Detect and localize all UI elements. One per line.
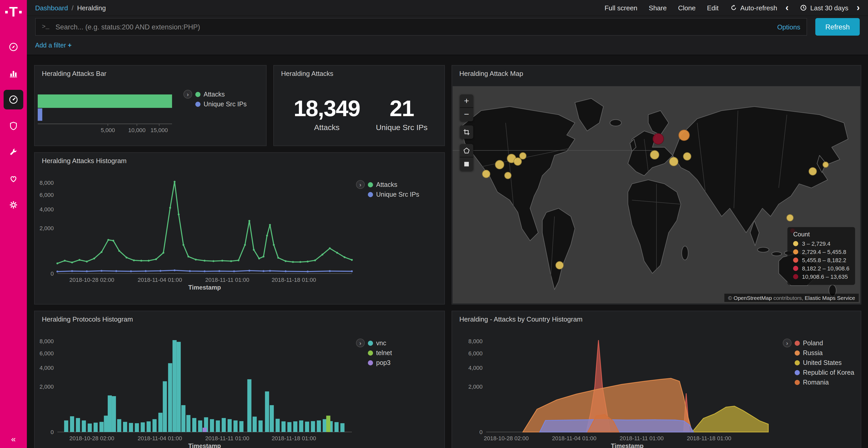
legend-label: Unique Src IPs — [376, 191, 419, 198]
legend-color-dot — [368, 340, 373, 346]
time-back-arrow[interactable]: ‹ — [785, 3, 789, 12]
legend-item[interactable]: Poland — [795, 338, 854, 348]
refresh-cycle-icon — [730, 4, 737, 11]
sidebar-item-devtools[interactable] — [4, 142, 23, 162]
svg-text:2018-11-04 01:00: 2018-11-04 01:00 — [138, 435, 182, 442]
sidebar-item-management[interactable] — [4, 195, 23, 215]
legend-label: Unique Src IPs — [204, 100, 247, 108]
legend-item[interactable]: Attacks — [368, 180, 419, 189]
legend-item[interactable]: Republic of Korea — [795, 368, 854, 377]
legend-item[interactable]: Attacks — [195, 89, 247, 99]
legend-item[interactable]: telnet — [368, 348, 392, 358]
map-legend-label: 5,455.8 – 8,182.2 — [802, 257, 846, 263]
zoom-in-button[interactable]: + — [460, 95, 473, 108]
chart-legend: › AttacksUnique Src IPs — [183, 89, 247, 109]
svg-text:2,000: 2,000 — [468, 383, 483, 390]
zoom-out-button[interactable]: − — [460, 108, 473, 121]
svg-text:2018-11-18 01:00: 2018-11-18 01:00 — [272, 435, 316, 442]
svg-text:2018-11-04 01:00: 2018-11-04 01:00 — [552, 435, 596, 442]
draw-polygon-button[interactable] — [460, 144, 473, 158]
tpot-logo[interactable]: T — [0, 6, 27, 18]
svg-text:4,000: 4,000 — [468, 365, 483, 371]
sidebar-nav: T — [0, 0, 27, 448]
metric-label: Attacks — [314, 123, 339, 131]
map-legend-label: 8,182.2 – 10,908.6 — [802, 265, 850, 272]
country-histogram-chart[interactable]: 02,0004,0006,0008,0002018-10-28 02:00201… — [462, 335, 772, 448]
attribution-contributors: contributors, — [773, 295, 803, 301]
map-marker — [555, 262, 563, 270]
legend-color-dot — [795, 360, 800, 365]
legend-color-dot — [795, 340, 800, 346]
legend-item[interactable]: Romania — [795, 377, 854, 387]
sidebar-item-discover[interactable] — [4, 37, 23, 57]
chart-legend: › AttacksUnique Src IPs — [356, 180, 419, 199]
metric-value: 18,349 — [293, 95, 360, 121]
legend-items: AttacksUnique Src IPs — [368, 180, 419, 199]
share-button[interactable]: Share — [649, 4, 666, 12]
legend-items: PolandRussiaUnited StatesRepublic of Kor… — [795, 338, 854, 387]
search-input[interactable] — [55, 23, 771, 31]
sidebar-item-monitoring[interactable] — [4, 169, 23, 188]
add-filter-label: Add a filter — [35, 42, 66, 49]
filter-bar: Add a filter + — [27, 38, 868, 51]
map-marker — [650, 150, 659, 160]
openstreetmap-link[interactable]: OpenStreetMap — [734, 295, 772, 301]
breadcrumb-dashboard-link[interactable]: Dashboard — [35, 4, 68, 12]
map-marker — [482, 170, 491, 178]
map-legend-items: 3 – 2,729.42,729.4 – 5,455.85,455.8 – 8,… — [793, 240, 850, 281]
attacks-histogram-chart[interactable]: 02,0004,0006,0008,0002018-10-28 02:00201… — [35, 179, 355, 292]
time-range-button[interactable]: Last 30 days — [800, 4, 848, 12]
map-legend-title: Count — [793, 231, 850, 238]
sidebar-collapse-button[interactable]: « — [0, 435, 27, 444]
svg-text:0: 0 — [51, 429, 54, 435]
protocols-histogram-chart[interactable]: 02,0004,0006,0008,0002018-10-28 02:00201… — [35, 335, 355, 448]
full-screen-button[interactable]: Full screen — [604, 4, 637, 12]
query-options-link[interactable]: Options — [777, 23, 800, 31]
legend-item[interactable]: Russia — [795, 348, 854, 358]
dashboard-grid: Heralding Attacks Bar 5,00010,00015,000 … — [27, 55, 868, 448]
map-legend-color-dot — [793, 266, 799, 271]
time-forward-arrow[interactable]: › — [857, 3, 860, 12]
world-map[interactable]: + − — [453, 86, 860, 304]
legend-item[interactable]: vnc — [368, 338, 392, 348]
map-legend-item: 10,908.6 – 13,635 — [793, 273, 850, 281]
legend-item[interactable]: Unique Src IPs — [368, 189, 419, 199]
legend-toggle[interactable]: › — [356, 180, 365, 189]
clone-button[interactable]: Clone — [678, 4, 696, 12]
attacks-bar-chart[interactable]: 5,00010,00015,000 — [38, 88, 193, 138]
clock-icon — [800, 4, 807, 11]
legend-item[interactable]: Unique Src IPs — [195, 99, 247, 109]
legend-items: AttacksUnique Src IPs — [195, 89, 247, 109]
sidebar-nav-icons — [0, 37, 27, 215]
legend-label: Attacks — [376, 181, 397, 188]
legend-color-dot — [368, 360, 373, 365]
legend-toggle[interactable]: › — [356, 339, 365, 347]
panel-title: Heralding Protocols Histogram — [42, 315, 133, 323]
legend-item[interactable]: pop3 — [368, 358, 392, 368]
legend-toggle[interactable]: › — [183, 90, 192, 99]
sidebar-item-visualize[interactable] — [4, 64, 23, 83]
sidebar-item-shield[interactable] — [4, 116, 23, 136]
edit-button[interactable]: Edit — [707, 4, 719, 12]
wrench-icon — [8, 147, 19, 158]
refresh-button[interactable]: Refresh — [815, 18, 860, 36]
sidebar-item-dashboard[interactable] — [4, 90, 23, 109]
map-marker — [808, 167, 816, 175]
add-filter-link[interactable]: Add a filter + — [35, 42, 71, 49]
draw-rectangle-button[interactable] — [460, 158, 473, 171]
legend-item[interactable]: United States — [795, 358, 854, 368]
legend-items: vnctelnetpop3 — [368, 338, 392, 368]
query-bar: >_ Options Refresh — [27, 15, 868, 38]
map-fit-control — [460, 126, 473, 139]
fit-data-bounds-button[interactable] — [460, 126, 473, 139]
svg-text:2,000: 2,000 — [39, 383, 54, 390]
legend-color-dot — [795, 370, 800, 375]
metric-unique-src-ips: 21 Unique Src IPs — [364, 81, 439, 145]
legend-toggle[interactable]: › — [783, 339, 792, 347]
elastic-maps-service-link[interactable]: Elastic Maps Service — [805, 295, 855, 301]
auto-refresh-button[interactable]: Auto-refresh — [730, 4, 777, 12]
map-marker — [495, 160, 504, 170]
auto-refresh-label: Auto-refresh — [740, 4, 777, 12]
svg-text:Timestamp: Timestamp — [188, 284, 221, 291]
svg-text:4,000: 4,000 — [39, 206, 54, 213]
